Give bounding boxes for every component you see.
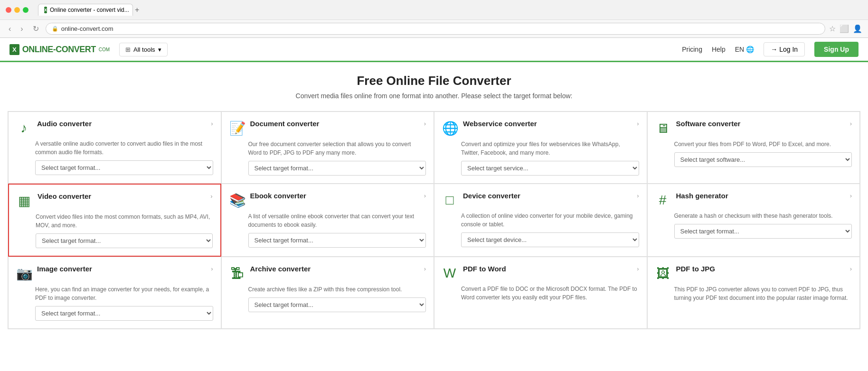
- converter-card-software[interactable]: 🖥 Software converter › Convert your file…: [647, 111, 860, 184]
- card-header-ebook: 📚 Ebook converter ›: [229, 192, 426, 208]
- format-select-webservice[interactable]: Select target service...: [461, 161, 639, 176]
- card-title-video: Video converter: [38, 192, 91, 200]
- card-icon-audio: ♪: [16, 121, 31, 136]
- arrow-icon-hash: ›: [850, 192, 852, 199]
- back-button[interactable]: ‹: [6, 24, 14, 34]
- extensions-icon[interactable]: ⬜: [840, 24, 849, 33]
- card-title-ebook: Ebook converter: [250, 192, 306, 200]
- card-header-device: □ Device converter ›: [442, 192, 639, 208]
- profile-icon[interactable]: 👤: [853, 24, 862, 33]
- card-header-video: ▦ Video converter ›: [17, 192, 213, 209]
- arrow-icon-software: ›: [850, 120, 852, 127]
- converter-card-document[interactable]: 📝 Document converter › Our free document…: [221, 111, 434, 184]
- card-icon-webservice: 🌐: [442, 121, 457, 136]
- logo-text: ONLINE-CONVERT: [22, 45, 96, 55]
- close-button[interactable]: [6, 7, 11, 13]
- card-title-image: Image converter: [37, 265, 92, 273]
- card-title-software: Software converter: [676, 120, 741, 128]
- converter-card-device[interactable]: □ Device converter › A collection of onl…: [434, 184, 647, 257]
- card-header-audio: ♪ Audio converter ›: [16, 120, 213, 136]
- lang-label: EN: [735, 46, 744, 53]
- card-title-device: Device converter: [463, 192, 520, 200]
- format-select-device[interactable]: Select target device...: [461, 232, 639, 247]
- converter-card-audio[interactable]: ♪ Audio converter › A versatile online a…: [8, 111, 221, 184]
- login-arrow-icon: →: [771, 46, 777, 53]
- main-content: Free Online File Converter Convert media…: [0, 62, 868, 339]
- card-title-document: Document converter: [250, 120, 320, 128]
- format-select-software[interactable]: Select target software...: [674, 152, 852, 167]
- card-header-pdftojpg: 🖼 PDF to JPG ›: [655, 265, 852, 281]
- all-tools-label: All tools: [133, 46, 155, 53]
- card-title-archive: Archive converter: [250, 265, 311, 273]
- card-desc-webservice: Convert and optimize your files for webs…: [461, 140, 639, 157]
- converter-card-hash[interactable]: # Hash generator › Generate a hash or ch…: [647, 184, 860, 257]
- card-header-document: 📝 Document converter ›: [229, 120, 426, 136]
- bookmark-icon[interactable]: ☆: [829, 24, 836, 33]
- forward-button[interactable]: ›: [18, 24, 26, 34]
- help-link[interactable]: Help: [712, 46, 726, 53]
- reload-button[interactable]: ↻: [30, 23, 42, 34]
- pricing-link[interactable]: Pricing: [682, 46, 702, 53]
- tab-close-icon[interactable]: ✕: [132, 7, 133, 13]
- converter-card-webservice[interactable]: 🌐 Webservice converter › Convert and opt…: [434, 111, 647, 184]
- format-select-document[interactable]: Select target format...: [248, 161, 426, 176]
- arrow-icon-video: ›: [210, 193, 212, 200]
- traffic-lights: [6, 7, 28, 13]
- site-header: X ONLINE-CONVERTCOM ⊞ All tools ▾ Pricin…: [0, 38, 868, 62]
- address-bar[interactable]: 🔒 online-convert.com: [46, 23, 825, 35]
- card-header-hash: # Hash generator ›: [655, 192, 852, 208]
- arrow-icon-document: ›: [424, 120, 426, 127]
- all-tools-button[interactable]: ⊞ All tools ▾: [119, 43, 168, 56]
- arrow-icon-webservice: ›: [637, 120, 639, 127]
- format-select-archive[interactable]: Select target format...: [248, 297, 426, 312]
- active-tab[interactable]: X Online converter - convert vid... ✕: [38, 4, 133, 16]
- page-subtitle: Convert media files online from one form…: [8, 92, 860, 100]
- arrow-icon-ebook: ›: [424, 192, 426, 199]
- arrow-icon-image: ›: [211, 265, 213, 272]
- page-title: Free Online File Converter: [8, 74, 860, 88]
- card-icon-image: 📷: [16, 266, 31, 281]
- card-header-webservice: 🌐 Webservice converter ›: [442, 120, 639, 136]
- format-select-image[interactable]: Select target format...: [35, 306, 213, 321]
- format-select-video[interactable]: Select target format...: [36, 233, 213, 248]
- minimize-button[interactable]: [14, 7, 20, 13]
- card-desc-hash: Generate a hash or checksum with these h…: [674, 212, 852, 220]
- card-desc-video: Convert video files into the most common…: [36, 213, 213, 230]
- card-desc-software: Convert your files from PDF to Word, PDF…: [674, 140, 852, 148]
- logo[interactable]: X ONLINE-CONVERTCOM: [9, 44, 110, 55]
- format-select-audio[interactable]: Select target format...: [35, 160, 213, 175]
- card-desc-document: Our free document converter selection th…: [248, 140, 426, 157]
- browser-chrome: X Online converter - convert vid... ✕ + …: [0, 0, 868, 38]
- format-select-ebook[interactable]: Select target format...: [248, 233, 426, 248]
- header-nav: Pricing Help EN 🌐 → Log In Sign Up: [682, 42, 859, 57]
- fullscreen-button[interactable]: [23, 7, 28, 13]
- login-button[interactable]: → Log In: [764, 42, 805, 56]
- arrow-icon-audio: ›: [211, 120, 213, 127]
- globe-icon: 🌐: [746, 46, 754, 53]
- converter-card-pdftojpg[interactable]: 🖼 PDF to JPG › This PDF to JPG converter…: [647, 257, 860, 329]
- card-desc-archive: Create archive files like a ZIP with thi…: [248, 285, 426, 294]
- new-tab-button[interactable]: +: [135, 6, 139, 14]
- tab-favicon: X: [44, 7, 47, 13]
- chevron-down-icon: ▾: [158, 46, 161, 53]
- logo-box: X: [9, 44, 19, 55]
- converter-card-pdftoword[interactable]: W PDF to Word › Convert a PDF file to DO…: [434, 257, 647, 329]
- converter-card-ebook[interactable]: 📚 Ebook converter › A list of versatile …: [221, 184, 434, 257]
- card-desc-image: Here, you can find an image converter fo…: [35, 285, 213, 302]
- card-desc-audio: A versatile online audio converter to co…: [35, 139, 213, 157]
- card-header-pdftoword: W PDF to Word ›: [442, 265, 639, 281]
- converter-card-video[interactable]: ▦ Video converter › Convert video files …: [8, 184, 221, 257]
- language-selector[interactable]: EN 🌐: [735, 46, 754, 53]
- signup-button[interactable]: Sign Up: [814, 42, 859, 57]
- card-desc-pdftojpg: This PDF to JPG converter allows you to …: [674, 285, 852, 302]
- lock-icon: 🔒: [52, 26, 58, 32]
- tab-bar: X Online converter - convert vid... ✕ +: [38, 4, 139, 16]
- arrow-icon-archive: ›: [424, 265, 426, 272]
- card-title-webservice: Webservice converter: [463, 120, 537, 128]
- converter-card-image[interactable]: 📷 Image converter › Here, you can find a…: [8, 257, 221, 329]
- card-header-software: 🖥 Software converter ›: [655, 120, 852, 136]
- arrow-icon-pdftoword: ›: [637, 265, 639, 272]
- format-select-hash[interactable]: Select target format...: [674, 224, 852, 239]
- card-header-archive: 🗜 Archive converter ›: [229, 265, 426, 281]
- converter-card-archive[interactable]: 🗜 Archive converter › Create archive fil…: [221, 257, 434, 329]
